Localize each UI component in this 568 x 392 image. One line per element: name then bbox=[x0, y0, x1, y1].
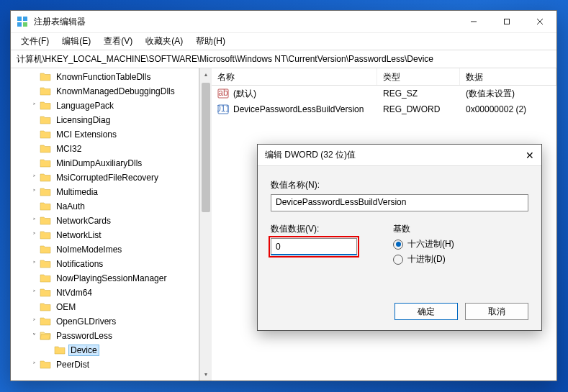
titlebar[interactable]: 注册表编辑器 bbox=[11, 11, 556, 32]
radio-hex[interactable]: 十六进制(H) bbox=[393, 238, 528, 250]
tree-item-label: LicensingDiag bbox=[54, 114, 112, 126]
menu-edit[interactable]: 编辑(E) bbox=[56, 33, 96, 50]
expander-icon[interactable]: ˃ bbox=[28, 318, 40, 326]
menu-view[interactable]: 查看(V) bbox=[98, 33, 138, 50]
folder-icon bbox=[40, 71, 51, 83]
folder-icon bbox=[40, 201, 51, 212]
folder-icon bbox=[40, 316, 51, 327]
tree-item[interactable]: KnownManagedDebuggingDlls bbox=[11, 84, 199, 99]
address-text: 计算机\HKEY_LOCAL_MACHINE\SOFTWARE\Microsof… bbox=[17, 53, 433, 65]
svg-rect-2 bbox=[17, 22, 22, 27]
address-bar[interactable]: 计算机\HKEY_LOCAL_MACHINE\SOFTWARE\Microsof… bbox=[11, 50, 556, 68]
close-button[interactable] bbox=[523, 11, 556, 32]
dialog-close-button[interactable]: ✕ bbox=[526, 150, 534, 161]
tree-item[interactable]: KnownFunctionTableDlls bbox=[11, 70, 199, 84]
tree-item[interactable]: ˃NetworkList bbox=[11, 228, 199, 242]
tree-item[interactable]: ˃NetworkCards bbox=[11, 214, 199, 228]
tree-item-label: NetworkCards bbox=[54, 215, 113, 227]
radio-dec[interactable]: 十进制(D) bbox=[393, 253, 528, 265]
tree-item[interactable]: ˅PasswordLess bbox=[11, 329, 199, 343]
tree-item-label: PasswordLess bbox=[54, 330, 114, 342]
tree-item[interactable]: NowPlayingSessionManager bbox=[11, 271, 199, 286]
expander-icon[interactable]: ˃ bbox=[28, 260, 40, 268]
folder-icon bbox=[40, 100, 51, 111]
value-data: (数值未设置) bbox=[460, 86, 556, 101]
tree-item-label: KnownFunctionTableDlls bbox=[54, 71, 153, 83]
value-data-label: 数值数据(V): bbox=[271, 223, 371, 235]
expander-icon[interactable]: ˃ bbox=[28, 289, 40, 297]
tree-item-label: OpenGLDrivers bbox=[54, 316, 118, 327]
folder-icon bbox=[40, 273, 51, 284]
edit-dword-dialog: 编辑 DWORD (32 位)值 ✕ 数值名称(N): DevicePasswo… bbox=[257, 144, 542, 331]
col-name[interactable]: 名称 bbox=[212, 68, 377, 85]
tree-item[interactable]: MCI Extensions bbox=[11, 127, 199, 142]
value-data-input[interactable] bbox=[271, 238, 357, 255]
scroll-thumb[interactable] bbox=[202, 83, 210, 212]
scroll-down-icon[interactable]: ▾ bbox=[200, 368, 212, 380]
folder-icon bbox=[40, 186, 51, 198]
expander-icon[interactable]: ˃ bbox=[28, 102, 40, 110]
tree-item[interactable]: ˃MsiCorruptedFileRecovery bbox=[11, 170, 199, 185]
tree-item[interactable]: ˃Notifications bbox=[11, 257, 199, 271]
expander-icon[interactable]: ˃ bbox=[28, 188, 40, 196]
tree-item[interactable]: ˃Multimedia bbox=[11, 185, 199, 199]
tree-item[interactable]: NoImeModeImes bbox=[11, 242, 199, 257]
menu-file[interactable]: 文件(F) bbox=[15, 33, 55, 50]
list-row[interactable]: ab(默认)REG_SZ(数值未设置) bbox=[212, 86, 556, 101]
menu-help[interactable]: 帮助(H) bbox=[190, 33, 231, 50]
dialog-titlebar[interactable]: 编辑 DWORD (32 位)值 ✕ bbox=[258, 145, 541, 166]
tree-scrollbar[interactable]: ▴ ▾ bbox=[199, 68, 212, 380]
tree-item[interactable]: ˃LanguagePack bbox=[11, 99, 199, 113]
tree-item-label: NetworkList bbox=[54, 229, 104, 241]
expander-icon[interactable]: ˅ bbox=[28, 332, 40, 340]
value-name-field[interactable]: DevicePasswordLessBuildVersion bbox=[271, 194, 528, 211]
radio-hex-label: 十六进制(H) bbox=[407, 238, 454, 250]
tree-item[interactable]: Device bbox=[11, 343, 199, 357]
cancel-button[interactable]: 取消 bbox=[465, 303, 528, 320]
window-title: 注册表编辑器 bbox=[34, 16, 86, 28]
tree-item[interactable]: ˃PeerDist bbox=[11, 357, 199, 372]
tree-item[interactable]: LicensingDiag bbox=[11, 113, 199, 127]
svg-rect-1 bbox=[23, 17, 27, 21]
tree-item-label: Multimedia bbox=[54, 186, 100, 198]
tree-item[interactable]: MCI32 bbox=[11, 142, 199, 156]
tree-item-label: NtVdm64 bbox=[54, 287, 94, 298]
value-name: (默认) bbox=[233, 88, 256, 100]
tree-item-label: NowPlayingSessionManager bbox=[54, 273, 168, 284]
radio-dec-dot bbox=[393, 255, 403, 265]
tree-item[interactable]: NaAuth bbox=[11, 199, 199, 214]
tree-item-label: MCI32 bbox=[54, 143, 84, 155]
svg-text:011: 011 bbox=[217, 104, 229, 114]
minimize-button[interactable] bbox=[457, 11, 490, 32]
tree-item-label: MCI Extensions bbox=[54, 129, 119, 140]
expander-icon[interactable]: ˃ bbox=[28, 174, 40, 182]
ok-button[interactable]: 确定 bbox=[395, 303, 458, 320]
folder-icon bbox=[40, 129, 51, 140]
menu-favorites[interactable]: 收藏夹(A) bbox=[140, 33, 189, 50]
tree-item-label: NaAuth bbox=[54, 201, 87, 212]
folder-icon bbox=[40, 215, 51, 227]
expander-icon[interactable]: ˃ bbox=[28, 217, 40, 225]
col-data[interactable]: 数据 bbox=[460, 68, 556, 85]
col-type[interactable]: 类型 bbox=[377, 68, 460, 85]
folder-icon bbox=[40, 258, 51, 270]
tree-item-label: LanguagePack bbox=[54, 100, 116, 111]
list-row[interactable]: 011DevicePasswordLessBuildVersionREG_DWO… bbox=[212, 101, 556, 117]
folder-icon bbox=[40, 172, 51, 183]
tree-item[interactable]: ˃NtVdm64 bbox=[11, 286, 199, 300]
scroll-up-icon[interactable]: ▴ bbox=[200, 68, 212, 81]
expander-icon[interactable]: ˃ bbox=[28, 232, 40, 240]
regedit-icon bbox=[17, 16, 28, 27]
tree-item[interactable]: OEM bbox=[11, 300, 199, 314]
binary-value-icon: 011 bbox=[217, 104, 229, 115]
expander-icon[interactable]: ˃ bbox=[28, 361, 40, 369]
tree-item[interactable]: MiniDumpAuxiliaryDlls bbox=[11, 156, 199, 170]
tree-pane[interactable]: KnownFunctionTableDllsKnownManagedDebugg… bbox=[11, 68, 199, 380]
folder-icon bbox=[40, 330, 51, 342]
folder-icon bbox=[54, 345, 66, 356]
radio-hex-dot bbox=[393, 240, 403, 250]
maximize-button[interactable] bbox=[490, 11, 523, 32]
tree-item[interactable]: ˃OpenGLDrivers bbox=[11, 314, 199, 329]
folder-icon bbox=[40, 229, 51, 241]
folder-icon bbox=[40, 359, 51, 370]
